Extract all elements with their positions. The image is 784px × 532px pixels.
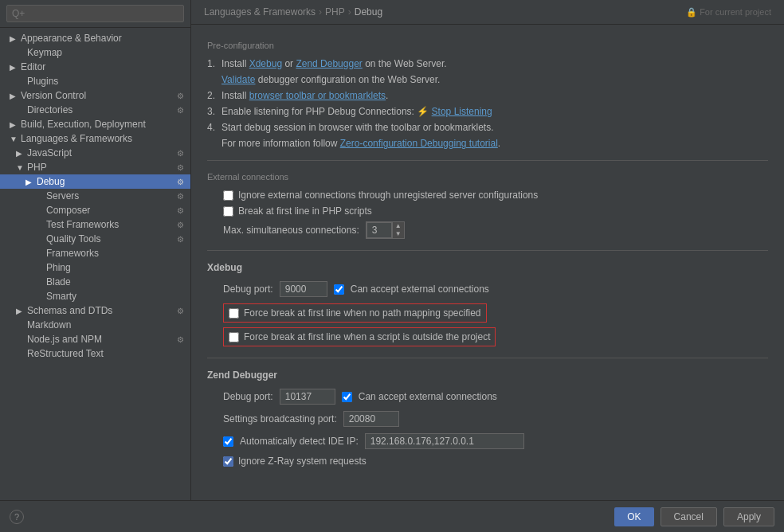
step-1b: Validate debugger configuration on the W… bbox=[207, 74, 768, 85]
arrow-icon: ▼ bbox=[10, 135, 18, 143]
sidebar-item-languages[interactable]: ▼ Languages & Frameworks bbox=[0, 131, 190, 146]
step-1: 1. Install Xdebug or Zend Debugger on th… bbox=[207, 58, 768, 69]
arrow-icon: ▶ bbox=[16, 307, 24, 315]
sidebar-item-label: Smarty bbox=[46, 291, 76, 302]
help-icon: ? bbox=[14, 512, 19, 522]
sidebar-item-schemas-dtds[interactable]: ▶ Schemas and DTDs ⚙ bbox=[0, 303, 190, 318]
sidebar-item-directories[interactable]: Directories ⚙ bbox=[0, 103, 190, 117]
sidebar-item-appearance[interactable]: ▶ Appearance & Behavior bbox=[0, 31, 190, 45]
sidebar-item-label: Quality Tools bbox=[46, 233, 100, 244]
sidebar-item-keymap[interactable]: Keymap bbox=[0, 45, 190, 60]
gear-icon: ⚙ bbox=[177, 149, 184, 158]
sidebar-item-test-frameworks[interactable]: Test Frameworks ⚙ bbox=[0, 217, 190, 232]
ignore-zray-label: Ignore Z-Ray system requests bbox=[238, 456, 367, 467]
gear-icon: ⚙ bbox=[177, 221, 184, 229]
ignore-external-row: Ignore external connections through unre… bbox=[223, 190, 768, 201]
zend-can-accept-label: Can accept external connections bbox=[359, 391, 497, 402]
debug-port-input[interactable]: 9000 bbox=[280, 281, 327, 297]
sidebar: ▶ Appearance & Behavior Keymap ▶ Editor … bbox=[0, 0, 191, 500]
force-break-1-row: Force break at first line when no path m… bbox=[223, 303, 487, 323]
sidebar-item-quality-tools[interactable]: Quality Tools ⚙ bbox=[0, 232, 190, 246]
sidebar-item-javascript[interactable]: ▶ JavaScript ⚙ bbox=[0, 146, 190, 160]
breadcrumb: Languages & Frameworks › PHP › Debug 🔒 F… bbox=[191, 0, 784, 25]
sidebar-item-php[interactable]: ▼ PHP ⚙ bbox=[0, 160, 190, 174]
zend-debugger-link[interactable]: Zend Debugger bbox=[296, 58, 362, 69]
sidebar-tree: ▶ Appearance & Behavior Keymap ▶ Editor … bbox=[0, 28, 190, 500]
gear-icon: ⚙ bbox=[177, 106, 184, 115]
breadcrumb-sep2: › bbox=[348, 6, 351, 18]
force-break-1-checkbox[interactable] bbox=[229, 308, 239, 319]
bottom-bar: ? OK Cancel Apply bbox=[0, 500, 784, 532]
sidebar-item-label: Composer bbox=[46, 205, 90, 216]
sidebar-item-markdown[interactable]: Markdown bbox=[0, 318, 190, 332]
max-connections-spinner[interactable]: 3 ▲ ▼ bbox=[366, 221, 405, 239]
apply-button[interactable]: Apply bbox=[723, 507, 774, 526]
sidebar-item-label: Schemas and DTDs bbox=[27, 305, 112, 316]
sidebar-item-servers[interactable]: Servers ⚙ bbox=[0, 189, 190, 203]
main-content: Languages & Frameworks › PHP › Debug 🔒 F… bbox=[191, 0, 784, 500]
ignore-zray-checkbox[interactable] bbox=[223, 456, 233, 467]
force-break-2-checkbox[interactable] bbox=[229, 332, 239, 342]
force-break-2-label: Force break at first line when a script … bbox=[244, 331, 490, 342]
sidebar-item-version-control[interactable]: ▶ Version Control ⚙ bbox=[0, 88, 190, 103]
broadcast-input[interactable]: 20080 bbox=[343, 411, 399, 427]
zend-debug-port-label: Debug port: bbox=[223, 391, 273, 402]
stop-listening-link[interactable]: Stop Listening bbox=[432, 106, 492, 117]
breadcrumb-part2: PHP bbox=[325, 6, 345, 18]
gear-icon: ⚙ bbox=[177, 178, 184, 186]
auto-detect-checkbox[interactable] bbox=[223, 436, 233, 447]
sidebar-item-blade[interactable]: Blade bbox=[0, 275, 190, 289]
sidebar-item-label: Frameworks bbox=[46, 248, 99, 259]
zero-config-link[interactable]: Zero-configuration Debugging tutorial bbox=[340, 138, 498, 149]
sidebar-item-composer[interactable]: Composer ⚙ bbox=[0, 203, 190, 217]
debug-port-label: Debug port: bbox=[223, 284, 273, 295]
sidebar-item-plugins[interactable]: Plugins bbox=[0, 74, 190, 88]
sidebar-item-nodejs[interactable]: Node.js and NPM ⚙ bbox=[0, 332, 190, 346]
sidebar-item-label: Servers bbox=[46, 190, 79, 201]
button-group: OK Cancel Apply bbox=[614, 507, 774, 526]
spinner-up[interactable]: ▲ bbox=[393, 222, 404, 230]
sidebar-item-label: Debug bbox=[37, 176, 65, 187]
zend-can-accept-checkbox[interactable] bbox=[342, 392, 352, 402]
sidebar-item-phing[interactable]: Phing bbox=[0, 260, 190, 275]
cancel-button[interactable]: Cancel bbox=[661, 507, 717, 526]
arrow-icon: ▶ bbox=[10, 34, 18, 43]
ignore-external-checkbox[interactable] bbox=[223, 190, 233, 201]
breadcrumb-part3: Debug bbox=[355, 6, 382, 18]
sidebar-item-debug[interactable]: ▶ Debug ⚙ bbox=[0, 174, 190, 189]
external-connections-section: Ignore external connections through unre… bbox=[207, 190, 768, 239]
validate-link[interactable]: Validate bbox=[221, 74, 255, 85]
preconfiguration-list: 1. Install Xdebug or Zend Debugger on th… bbox=[207, 58, 768, 149]
sidebar-item-label: ReStructured Text bbox=[27, 348, 104, 359]
search-input[interactable] bbox=[6, 5, 184, 22]
ok-button[interactable]: OK bbox=[614, 507, 653, 526]
spinner-down[interactable]: ▼ bbox=[393, 230, 404, 238]
sidebar-item-build[interactable]: ▶ Build, Execution, Deployment bbox=[0, 117, 190, 131]
arrow-icon: ▶ bbox=[10, 92, 18, 100]
sidebar-item-editor[interactable]: ▶ Editor bbox=[0, 60, 190, 74]
xdebug-section: Debug port: 9000 Can accept external con… bbox=[207, 281, 768, 346]
help-button[interactable]: ? bbox=[10, 510, 24, 524]
sidebar-item-restructured[interactable]: ReStructured Text bbox=[0, 346, 190, 361]
zend-debug-port-input[interactable]: 10137 bbox=[280, 389, 335, 405]
sidebar-item-label: JavaScript bbox=[27, 147, 72, 158]
debug-port-row: Debug port: 9000 Can accept external con… bbox=[223, 281, 768, 297]
search-bar bbox=[0, 0, 190, 28]
sidebar-item-frameworks[interactable]: Frameworks bbox=[0, 246, 190, 260]
auto-detect-input[interactable]: 192.168.0.176,127.0.0.1 bbox=[365, 433, 524, 449]
gear-icon: ⚙ bbox=[177, 307, 184, 315]
ignore-external-label: Ignore external connections through unre… bbox=[238, 190, 538, 201]
sidebar-item-label: Test Frameworks bbox=[46, 219, 119, 230]
sidebar-item-smarty[interactable]: Smarty bbox=[0, 289, 190, 303]
step-2: 2. Install browser toolbar or bookmarkle… bbox=[207, 90, 768, 101]
can-accept-checkbox[interactable] bbox=[334, 284, 344, 295]
gear-icon: ⚙ bbox=[177, 335, 184, 344]
divider-2 bbox=[207, 250, 768, 251]
external-connections-label: External connections bbox=[207, 172, 768, 182]
break-first-line-checkbox[interactable] bbox=[223, 206, 233, 217]
break-first-line-row: Break at first line in PHP scripts bbox=[223, 205, 768, 217]
xdebug-link[interactable]: Xdebug bbox=[249, 58, 282, 69]
step-3: 3. Enable listening for PHP Debug Connec… bbox=[207, 106, 768, 117]
max-connections-input[interactable]: 3 bbox=[367, 222, 392, 238]
browser-toolbar-link[interactable]: browser toolbar or bookmarklets bbox=[249, 90, 386, 101]
